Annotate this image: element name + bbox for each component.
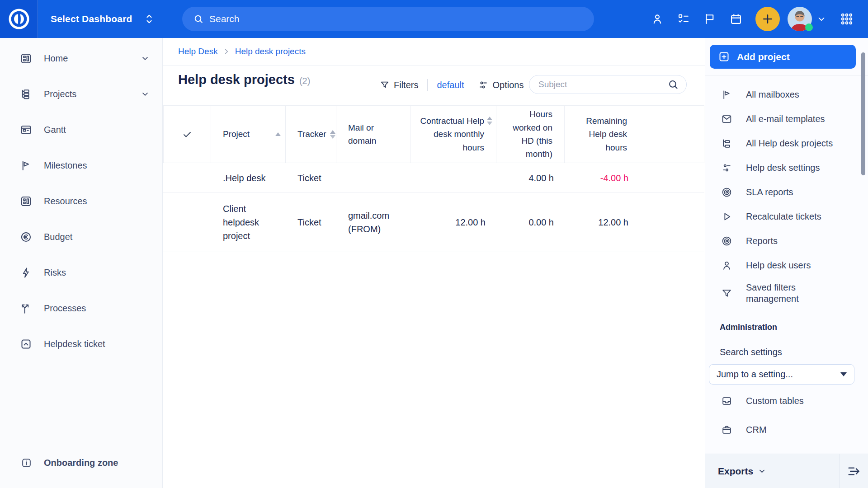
info-icon — [21, 457, 32, 469]
panel-item-help-desk-settings[interactable]: Help desk settings — [705, 155, 859, 180]
panel-item-custom-tables[interactable]: Custom tables — [705, 389, 859, 413]
chevron-down-icon[interactable] — [141, 89, 150, 99]
mail-or-domain-cell — [336, 163, 411, 192]
apps-grid-button[interactable] — [834, 6, 860, 32]
contractual-hours-cell — [411, 163, 496, 192]
add-project-label: Add project — [737, 52, 790, 62]
search-settings-label: Search settings — [720, 347, 782, 357]
panel-scrollbar-thumb[interactable] — [861, 52, 865, 175]
record-count: (2) — [299, 76, 310, 86]
breadcrumb-current[interactable]: Help desk projects — [235, 47, 306, 56]
sidebar-item-projects[interactable]: Projects — [0, 81, 162, 107]
bolt-icon — [20, 267, 32, 279]
page-title: Help desk projects — [178, 72, 295, 87]
app-logo[interactable] — [0, 0, 38, 38]
right-panel: Add project All mailboxes All e-mail tem… — [705, 38, 868, 488]
sort-both-icon — [330, 130, 335, 139]
column-header-hours-worked[interactable]: Hours worked on HD (this month) — [496, 106, 565, 163]
exports-button[interactable]: Exports — [705, 454, 840, 488]
funnel-icon — [721, 288, 732, 299]
tasks-button[interactable] — [670, 6, 697, 32]
flag-button[interactable] — [697, 6, 723, 32]
row-select-cell[interactable] — [163, 193, 211, 252]
tracker-cell: Ticket — [286, 163, 336, 192]
sidebar-item-label: Resources — [44, 196, 150, 206]
table-row[interactable]: .Help desk Ticket 4.00 h -4.00 h — [163, 163, 704, 193]
milestone-flag-icon — [20, 160, 32, 172]
saved-filter-default-link[interactable]: default — [437, 80, 464, 90]
subject-search-input[interactable] — [538, 80, 667, 89]
column-header-remaining-hours[interactable]: Remaining Help desk hours — [565, 106, 639, 163]
sidebar-item-label: Onboarding zone — [44, 458, 118, 468]
projects-tree-icon — [20, 88, 32, 100]
sidebar-item-gantt[interactable]: Gantt — [0, 117, 162, 142]
panel-item-recalculate-tickets[interactable]: Recalculate tickets — [705, 204, 859, 229]
global-search[interactable] — [182, 7, 594, 31]
toolbar-divider — [427, 79, 428, 91]
user-button[interactable] — [644, 6, 670, 32]
sidebar-item-risks[interactable]: Risks — [0, 260, 162, 285]
panel-item-all-email-templates[interactable]: All e-mail templates — [705, 107, 859, 131]
column-header-mail-or-domain[interactable]: Mail or domain — [336, 106, 411, 163]
apps-grid-icon — [840, 12, 854, 26]
sort-asc-icon — [275, 132, 281, 136]
breadcrumb-link-help-desk[interactable]: Help Desk — [178, 47, 218, 56]
sidebar-item-milestones[interactable]: Milestones — [0, 153, 162, 178]
calendar-button[interactable] — [723, 6, 749, 32]
select-all-header[interactable] — [163, 106, 211, 163]
panel-footer: Exports — [705, 454, 868, 488]
sidebar-item-onboarding-zone[interactable]: Onboarding zone — [0, 450, 162, 475]
dashboard-icon — [20, 195, 32, 207]
quick-add-button[interactable] — [755, 7, 780, 31]
jump-to-setting-select[interactable]: Jump to a setting... — [709, 364, 854, 385]
column-header-project[interactable]: Project — [211, 106, 286, 163]
column-header-contractual-hours[interactable]: Contractual Help desk monthly hours — [411, 106, 496, 163]
contractual-hours-cell: 12.00 h — [411, 193, 496, 252]
sidebar-item-budget[interactable]: Budget — [0, 224, 162, 249]
hours-worked-cell: 4.00 h — [496, 163, 565, 192]
subject-search[interactable] — [529, 75, 687, 94]
chevron-down-icon — [758, 467, 766, 475]
sidebar-item-helpdesk-ticket[interactable]: Helpdesk ticket — [0, 331, 162, 357]
chevron-down-icon[interactable] — [816, 14, 826, 24]
sidebar-item-processes[interactable]: Processes — [0, 296, 162, 321]
panel-item-saved-filters-management[interactable]: Saved filters management — [705, 277, 859, 309]
sidebar-item-resources[interactable]: Resources — [0, 188, 162, 214]
panel-item-reports[interactable]: Reports — [705, 229, 859, 253]
user-icon — [721, 260, 732, 271]
online-status-dot — [805, 23, 813, 31]
sidebar-item-home[interactable]: Home — [0, 46, 162, 71]
gantt-icon — [20, 124, 32, 136]
caret-down-icon — [840, 372, 847, 376]
global-search-input[interactable] — [209, 14, 583, 24]
dashboard-selector[interactable]: Select Dashboard — [51, 13, 154, 25]
row-select-cell[interactable] — [163, 163, 211, 192]
exports-label: Exports — [718, 466, 753, 477]
search-icon[interactable] — [667, 79, 679, 90]
panel-item-all-help-desk-projects[interactable]: All Help desk projects — [705, 131, 859, 155]
chevron-down-icon[interactable] — [141, 54, 150, 63]
options-button[interactable]: Options — [478, 80, 524, 90]
play-icon — [721, 211, 732, 222]
expand-updown-icon — [144, 13, 154, 25]
flag-icon — [703, 13, 716, 25]
panel-item-help-desk-users[interactable]: Help desk users — [705, 253, 859, 277]
funnel-icon — [380, 80, 390, 90]
actions-cell — [639, 193, 704, 252]
table-row[interactable]: Client helpdesk project Ticket gmail.com… — [163, 193, 704, 252]
filters-label: Filters — [394, 80, 418, 90]
projects-tree-icon — [721, 138, 732, 149]
sidebar-item-label: Risks — [44, 267, 150, 278]
add-project-button[interactable]: Add project — [710, 45, 856, 69]
page-title-row: Help desk projects (2) — [178, 72, 310, 96]
panel-item-crm[interactable]: CRM — [705, 418, 859, 442]
project-cell[interactable]: .Help desk — [211, 163, 286, 192]
user-avatar[interactable] — [788, 7, 812, 31]
filters-button[interactable]: Filters — [380, 80, 418, 90]
expand-right-icon — [846, 464, 862, 479]
panel-item-sla-reports[interactable]: SLA reports — [705, 180, 859, 204]
column-header-tracker[interactable]: Tracker — [286, 106, 336, 163]
project-cell[interactable]: Client helpdesk project — [211, 193, 286, 252]
panel-item-all-mailboxes[interactable]: All mailboxes — [705, 82, 859, 107]
collapse-panel-button[interactable] — [840, 454, 868, 488]
